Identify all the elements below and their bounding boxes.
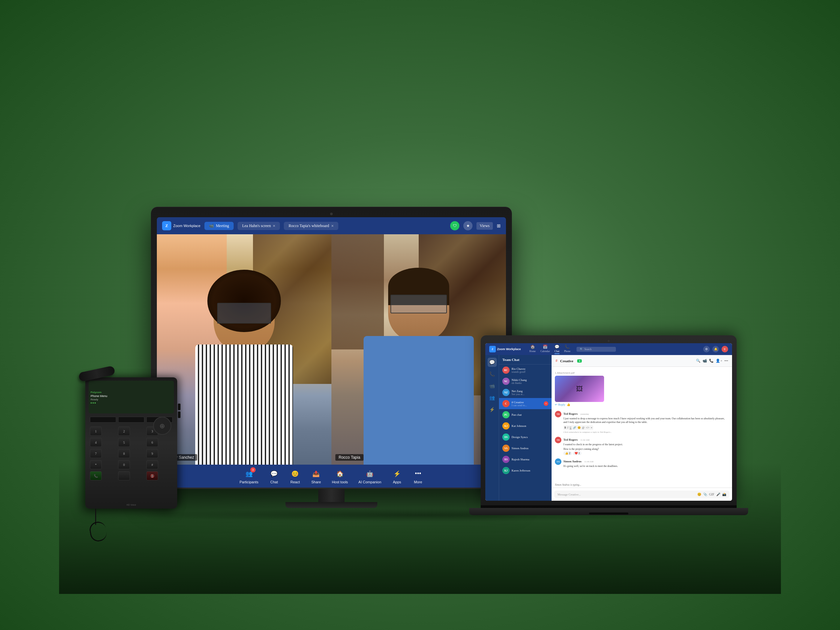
- toolbar-react[interactable]: 😊 React: [290, 469, 300, 484]
- laptop-main-content: 💬 📞 📹 👥 ⚡ Team Chat RC: [485, 355, 732, 501]
- italic-format[interactable]: I: [567, 426, 568, 429]
- toolbar-participants[interactable]: 👥 3 Participants: [240, 469, 258, 484]
- laptop-nav-phone[interactable]: 📞 Phone: [564, 344, 571, 354]
- toolbar-ai-companion[interactable]: 🤖 AI Companion: [358, 469, 381, 484]
- reaction-thumbs[interactable]: 👍 2: [564, 452, 572, 455]
- gif-icon[interactable]: GIF: [709, 493, 714, 496]
- user-avatar[interactable]: U: [722, 346, 728, 352]
- sidebar-meeting-icon[interactable]: 📹: [488, 381, 497, 390]
- toolbar-chat[interactable]: 💬 Chat: [269, 469, 279, 484]
- laptop-trackpad[interactable]: [589, 513, 628, 515]
- star-button[interactable]: ★: [463, 221, 472, 231]
- chat-avatar-design: DS: [502, 433, 510, 441]
- screenshot-icon[interactable]: 📸: [722, 493, 726, 496]
- phone-key-4[interactable]: 4: [90, 438, 102, 447]
- add-member-icon[interactable]: 👤+: [716, 358, 722, 363]
- chat-list-item-net[interactable]: NZ Net Zang See you at...: [499, 387, 551, 398]
- laptop-nav-calendar[interactable]: 📅 Calendar: [540, 344, 550, 354]
- toolbar-more[interactable]: ••• More: [413, 469, 423, 484]
- phone-key-star[interactable]: *: [90, 460, 102, 469]
- laptop-search-bar[interactable]: 🔍 Search: [576, 347, 616, 352]
- underline-format[interactable]: U: [570, 426, 572, 429]
- sidebar-contacts-icon[interactable]: 👥: [488, 393, 497, 402]
- zoom-tab-meeting[interactable]: 📹 Meeting: [204, 222, 234, 230]
- attachment-icon[interactable]: 📎: [703, 493, 707, 496]
- phone-vol-down[interactable]: [178, 412, 180, 418]
- list-format[interactable]: ≡: [591, 426, 592, 429]
- chat-item-info-rajesh: Rajesh Sharma: [512, 458, 548, 461]
- phone-key-answer[interactable]: 📞: [90, 471, 102, 480]
- audio-icon[interactable]: 🎤: [716, 493, 720, 496]
- shield-button[interactable]: 🛡: [450, 221, 459, 231]
- phone-key-6[interactable]: 6: [146, 438, 158, 447]
- laptop-nav-home[interactable]: 🏠 Home: [529, 344, 536, 354]
- sidebar-phone-icon[interactable]: 📞: [488, 369, 497, 379]
- sidebar-chat-icon[interactable]: 💬: [488, 358, 497, 367]
- chat-list-item-panchat[interactable]: PC Pan chat: [499, 409, 551, 420]
- chat-list-item-karen[interactable]: KJ Karen Jefferson: [499, 465, 551, 476]
- phone-key-0[interactable]: 0: [118, 460, 130, 469]
- phone-key-hash[interactable]: #: [146, 460, 158, 469]
- laptop-right-icons: ⚙ 🔔 U: [703, 346, 728, 352]
- chat-list-item-design[interactable]: DS Design Syncs: [499, 431, 551, 443]
- chat-item-info-simon: Simon Andrus: [512, 447, 548, 450]
- phone-handset: [78, 366, 115, 382]
- phone-vol-up[interactable]: [178, 404, 180, 410]
- link-format[interactable]: 🔗: [573, 426, 576, 429]
- toolbar-apps[interactable]: ⚡ Apps: [392, 469, 402, 484]
- video-call-icon[interactable]: 📹: [703, 358, 707, 363]
- lea-screen-close-icon[interactable]: ✕: [273, 224, 275, 228]
- simon-message-time: 11:44 AM: [584, 460, 593, 463]
- chat-list-item-nikki[interactable]: NC Nikki Chang ok thanks: [499, 376, 551, 387]
- channel-title: Creative: [560, 359, 573, 363]
- reply-button[interactable]: ↩ Reply: [555, 403, 565, 406]
- chat-list-item-simon[interactable]: SA Simon Andrus: [499, 443, 551, 454]
- chat-list-item-rio[interactable]: RC Rio Chavez sounds good!: [499, 365, 551, 376]
- settings-icon[interactable]: ⚙: [703, 346, 710, 352]
- chat-list-item-creative[interactable]: C # Creative I can send to... 5: [499, 398, 551, 409]
- views-button[interactable]: Views: [477, 222, 493, 230]
- chat-nav-icon: 💬: [554, 344, 559, 349]
- bold-format[interactable]: B: [564, 426, 566, 429]
- emoji-format[interactable]: 😊: [578, 426, 581, 429]
- notification-icon[interactable]: 🔔: [712, 346, 719, 352]
- rocco-whiteboard-close-icon[interactable]: ✕: [331, 224, 334, 228]
- toolbar-host-tools[interactable]: 🏠 Host tools: [332, 469, 348, 484]
- laptop-nav-chat[interactable]: 💬 Chat: [554, 344, 559, 354]
- more-options-icon[interactable]: •••: [724, 358, 728, 363]
- phone-key-5[interactable]: 5: [118, 438, 130, 447]
- chat-list-item-kat[interactable]: KJ Kat Johnson: [499, 420, 551, 431]
- chat-list-item-rajesh[interactable]: RS Rajesh Sharma: [499, 454, 551, 465]
- grid-view-icon[interactable]: ⊞: [497, 223, 501, 229]
- phone-key-8[interactable]: 8: [118, 449, 130, 458]
- mention-format[interactable]: @: [582, 426, 584, 429]
- zoom-tab-lea-screen[interactable]: Lea Hahn's screen ✕: [238, 222, 280, 230]
- chat-item-name-simon: Simon Andrus: [512, 447, 548, 450]
- rocco-body: [363, 336, 474, 465]
- chat-item-info-rio: Rio Chavez sounds good!: [512, 367, 548, 373]
- zoom-tab-rocco-whiteboard[interactable]: Rocco Tapia's whiteboard ✕: [284, 222, 338, 230]
- phone-nav-icon: 📞: [565, 344, 570, 349]
- simon-avatar: SA: [555, 458, 561, 465]
- phone-key-7[interactable]: 7: [90, 449, 102, 458]
- chat-input-bar[interactable]: Message Creative... 😊 📎 GIF 🎤 📸: [554, 491, 729, 498]
- emoji-input-icon[interactable]: 😊: [697, 493, 701, 496]
- sidebar-apps-icon[interactable]: ⚡: [488, 405, 497, 414]
- like-button[interactable]: 👍: [567, 403, 570, 406]
- phone-key-1[interactable]: 1: [90, 426, 102, 436]
- simon-message-header: Simon Andrus 11:44 AM: [564, 458, 729, 464]
- phone-key-2[interactable]: 2: [118, 426, 130, 436]
- phone-key-end[interactable]: 📵: [146, 471, 158, 480]
- desk-phone: Polycom Polycom Phone Menu Ready ⊕: [85, 377, 184, 515]
- phone-call-icon[interactable]: 📞: [709, 358, 714, 363]
- message-image-preview: 1 Attachment.pdf 🖼 ↩ Reply 👍: [555, 370, 729, 407]
- phone-nav-cluster[interactable]: ⊕: [153, 417, 171, 435]
- phone-key-extra[interactable]: [118, 471, 130, 480]
- code-format[interactable]: </>: [586, 426, 589, 429]
- reaction-heart[interactable]: ❤️ 1: [573, 452, 581, 455]
- phone-key-9[interactable]: 9: [146, 449, 158, 458]
- toolbar-share[interactable]: 📤 Share: [311, 469, 321, 484]
- ted-message-text-2b: How is the project coming along?: [564, 447, 729, 451]
- search-chat-icon[interactable]: 🔍: [696, 358, 701, 363]
- chat-avatar-nikki: NC: [502, 378, 510, 385]
